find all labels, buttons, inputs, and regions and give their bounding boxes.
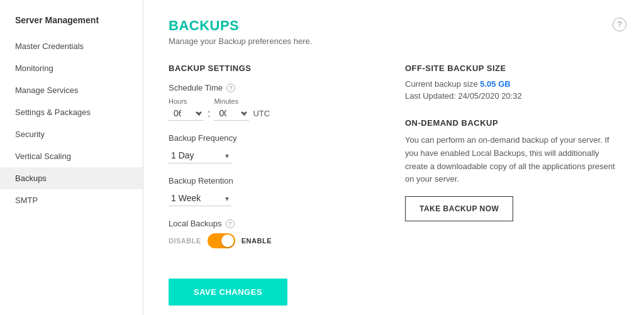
- backup-settings-heading: BACKUP SETTINGS: [169, 64, 367, 73]
- utc-label: UTC: [253, 109, 270, 118]
- on-demand-section: ON-DEMAND BACKUP You can perform an on-d…: [405, 118, 619, 221]
- backup-frequency-label: Backup Frequency: [169, 133, 367, 143]
- backup-size-line: Current backup size 5.05 GB: [405, 79, 619, 89]
- sidebar-item-master-credentials[interactable]: Master Credentials: [0, 35, 143, 57]
- local-backups-field: Local Backups ? DISABLE ENABLE: [169, 219, 367, 248]
- sidebar-item-settings-packages[interactable]: Settings & Packages: [0, 101, 143, 123]
- local-backups-toggle[interactable]: [208, 233, 235, 248]
- backup-size-value: 5.05 GB: [480, 79, 510, 89]
- minutes-label: Minutes: [214, 97, 249, 105]
- right-panel: OFF-SITE BACKUP SIZE Current backup size…: [405, 64, 619, 306]
- sidebar-item-vertical-scaling[interactable]: Vertical Scaling: [0, 145, 143, 167]
- sidebar: Server Management Master Credentials Mon…: [0, 0, 143, 315]
- help-icon[interactable]: ?: [613, 18, 626, 31]
- disable-label: DISABLE: [169, 237, 201, 245]
- hours-select[interactable]: 06 07 08: [169, 106, 204, 121]
- local-backups-help-icon[interactable]: ?: [226, 219, 235, 228]
- page-title: BACKUPS: [169, 18, 619, 34]
- backup-retention-label: Backup Retention: [169, 176, 367, 185]
- page-subtitle: Manage your Backup preferences here.: [169, 36, 619, 46]
- schedule-time-field: Schedule Time ? Hours 06 07 08: [169, 83, 367, 121]
- minutes-select[interactable]: 00 15 30 45: [214, 106, 249, 121]
- backup-updated: Last Updated: 24/05/2020 20:32: [405, 91, 619, 101]
- backup-retention-field: Backup Retention 1 Week 2 Weeks 3 Weeks …: [169, 176, 367, 206]
- backup-frequency-field: Backup Frequency 1 Day 2 Days 3 Days 7 D…: [169, 133, 367, 163]
- sidebar-item-manage-services[interactable]: Manage Services: [0, 79, 143, 101]
- retention-select[interactable]: 1 Week 2 Weeks 3 Weeks 4 Weeks: [169, 191, 231, 206]
- time-colon: :: [208, 108, 210, 119]
- on-demand-heading: ON-DEMAND BACKUP: [405, 118, 619, 128]
- main-content: ? BACKUPS Manage your Backup preferences…: [143, 0, 644, 315]
- sidebar-item-monitoring[interactable]: Monitoring: [0, 57, 143, 79]
- frequency-select[interactable]: 1 Day 2 Days 3 Days 7 Days: [169, 148, 231, 163]
- save-changes-button[interactable]: SAVE CHANGES: [169, 279, 287, 306]
- take-backup-now-button[interactable]: TAKE BACKUP NOW: [405, 196, 513, 221]
- schedule-time-help-icon[interactable]: ?: [226, 84, 235, 92]
- backup-settings-panel: BACKUP SETTINGS Schedule Time ? Hours 06…: [169, 64, 367, 306]
- sidebar-item-security[interactable]: Security: [0, 123, 143, 145]
- backup-updated-value: 24/05/2020 20:32: [458, 91, 522, 101]
- enable-label: ENABLE: [242, 237, 272, 245]
- sidebar-item-smtp[interactable]: SMTP: [0, 189, 143, 211]
- offsite-heading: OFF-SITE BACKUP SIZE: [405, 64, 619, 73]
- toggle-thumb: [221, 235, 234, 247]
- schedule-time-label: Schedule Time ?: [169, 83, 367, 92]
- hours-label: Hours: [169, 97, 204, 105]
- offsite-backup-section: OFF-SITE BACKUP SIZE Current backup size…: [405, 64, 619, 101]
- on-demand-description: You can perform an on-demand backup of y…: [405, 134, 619, 186]
- sidebar-title: Server Management: [0, 10, 143, 35]
- local-backups-label: Local Backups ?: [169, 219, 367, 228]
- sidebar-item-backups[interactable]: Backups: [0, 167, 143, 189]
